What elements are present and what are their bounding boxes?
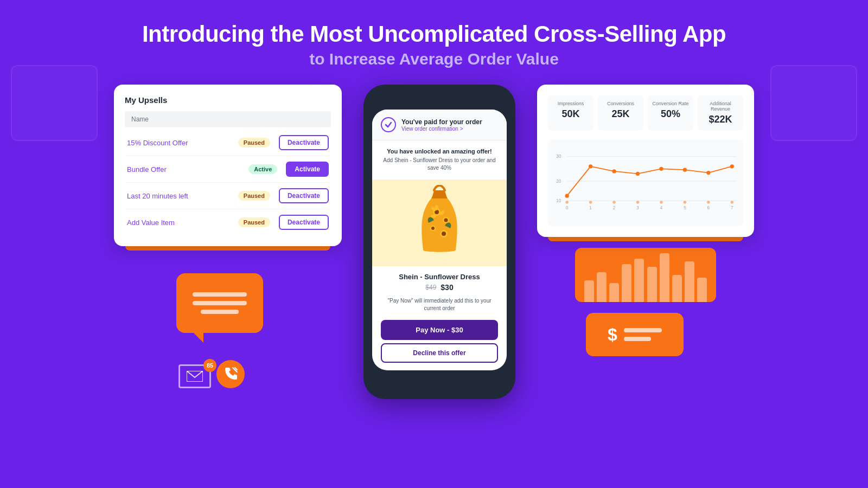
svg-text:4: 4 (660, 206, 663, 210)
table-row: Bundle Offer Active Activate (125, 156, 331, 183)
svg-point-39 (660, 201, 662, 203)
status-badge-3: Paused (238, 191, 270, 201)
phone-screen: You've paid for your order View order co… (372, 110, 507, 370)
metric-value-impressions: 50K (552, 108, 589, 120)
bar-10 (697, 278, 707, 302)
upsells-table: Name 15% Discount Offer Paused Deactivat… (125, 111, 331, 235)
table-row: Last 20 minutes left Paused Deactivate (125, 183, 331, 209)
status-badge-2: Active (248, 164, 277, 174)
upsells-title: My Upsells (125, 95, 331, 105)
row-name-3: Last 20 minutes left (127, 192, 238, 200)
dollar-icon: $ (608, 325, 617, 345)
row-name-2: Bundle Offer (127, 165, 248, 174)
metric-label-conversion-rate: Conversion Rate (652, 101, 689, 106)
product-name: Shein - Sunflower Dress (381, 273, 498, 281)
svg-point-29 (612, 169, 616, 173)
right-panel: Impressions 50K Conversions 25K Conversi… (537, 85, 754, 356)
metric-revenue: Additional Revenue $22K (698, 95, 743, 131)
svg-point-8 (442, 232, 446, 236)
svg-point-42 (731, 201, 733, 203)
left-panel: My Upsells Name 15% Discount Offer Pause… (114, 85, 342, 388)
activate-btn-2[interactable]: Activate (286, 162, 329, 177)
svg-point-34 (730, 164, 734, 168)
svg-point-27 (565, 194, 569, 198)
svg-point-33 (706, 171, 710, 175)
dress-illustration (412, 185, 467, 261)
svg-point-31 (659, 167, 663, 171)
chat-line-1 (193, 292, 247, 297)
metric-value-revenue: $22K (702, 114, 739, 125)
status-badge-4: Paused (238, 217, 270, 227)
center-panel: You've paid for your order View order co… (363, 85, 515, 399)
offer-headline: You have unlocked an amazing offer! (381, 148, 498, 155)
deactivate-btn-3[interactable]: Deactivate (279, 188, 329, 203)
product-price-wrap: $49 $30 (381, 283, 498, 292)
table-row: 15% Discount Offer Paused Deactivate (125, 130, 331, 156)
table-header: Name (125, 111, 331, 127)
order-paid-text: You've paid for your order (401, 118, 482, 126)
decline-offer-button[interactable]: Decline this offer (381, 343, 498, 363)
svg-point-32 (683, 168, 687, 172)
bar-3 (609, 283, 619, 302)
order-confirmed-section: You've paid for your order View order co… (372, 110, 507, 140)
svg-point-28 (589, 164, 592, 168)
svg-point-40 (684, 201, 686, 203)
phone-mockup: You've paid for your order View order co… (363, 85, 515, 399)
upsells-card: My Upsells Name 15% Discount Offer Pause… (114, 85, 342, 246)
dollar-line-1 (624, 328, 662, 332)
svg-text:0: 0 (566, 206, 569, 210)
email-icon-wrap: 85 (178, 364, 211, 388)
svg-text:1: 1 (589, 206, 592, 210)
chart-area: 30 20 10 0 1 2 3 4 5 6 7 (548, 139, 743, 226)
bar-6 (647, 267, 657, 302)
svg-text:2: 2 (613, 206, 616, 210)
deactivate-btn-1[interactable]: Deactivate (279, 135, 329, 150)
table-row: Add Value Item Paused Deactivate (125, 209, 331, 235)
order-text: You've paid for your order View order co… (401, 118, 482, 132)
bar-2 (597, 272, 607, 302)
chat-bubble-decoration (176, 273, 263, 333)
dollar-lines (624, 328, 662, 341)
product-image (372, 179, 507, 266)
view-order-link[interactable]: View order confirmation > (401, 126, 482, 132)
svg-text:20: 20 (556, 179, 561, 184)
svg-point-36 (589, 201, 592, 203)
metric-conversion-rate: Conversion Rate 50% (648, 95, 693, 131)
check-circle-icon (381, 117, 396, 132)
svg-point-4 (444, 219, 448, 222)
metric-label-revenue: Additional Revenue (702, 101, 739, 112)
email-badge: 85 (203, 359, 216, 372)
svg-text:3: 3 (636, 206, 639, 210)
bar-chart-decoration (575, 248, 716, 302)
svg-point-6 (431, 227, 435, 230)
main-content: My Upsells Name 15% Discount Offer Pause… (0, 85, 868, 399)
svg-point-37 (612, 201, 615, 203)
metric-label-conversions: Conversions (602, 101, 639, 106)
offer-section: You have unlocked an amazing offer! Add … (372, 140, 507, 179)
offer-sub: Add Shein - Sunflower Dress to your orde… (381, 157, 498, 172)
dollar-bubble-decoration: $ (586, 313, 684, 356)
svg-text:10: 10 (556, 198, 561, 203)
metric-value-conversions: 25K (602, 108, 639, 120)
product-info: Shein - Sunflower Dress $49 $30 (372, 266, 507, 295)
line-chart: 30 20 10 0 1 2 3 4 5 6 7 (552, 146, 739, 216)
bar-5 (634, 259, 644, 302)
deactivate-btn-4[interactable]: Deactivate (279, 215, 329, 230)
svg-text:5: 5 (684, 206, 686, 210)
metric-impressions: Impressions 50K (548, 95, 593, 131)
price-original: $49 (425, 284, 436, 291)
bar-1 (584, 280, 594, 302)
svg-text:6: 6 (707, 206, 710, 210)
row-name-1: 15% Discount Offer (127, 139, 238, 147)
bg-deco-right (770, 65, 857, 141)
chat-line-2 (193, 301, 247, 305)
pay-now-note: "Pay Now" will immediately add this to y… (372, 295, 507, 317)
pay-now-button[interactable]: Pay Now - $30 (381, 320, 498, 340)
svg-text:7: 7 (731, 206, 733, 210)
bar-8 (672, 275, 682, 302)
svg-point-38 (636, 201, 639, 203)
bar-7 (660, 253, 669, 302)
dollar-line-2 (624, 337, 651, 341)
chat-line-3 (201, 310, 239, 314)
bottom-icons: 85 (178, 360, 245, 388)
